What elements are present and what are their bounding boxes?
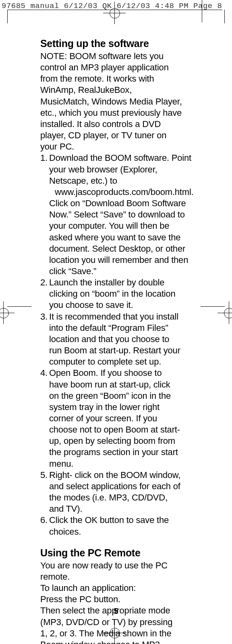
body-text: You are now ready to use the PC remote. bbox=[40, 560, 182, 582]
note-paragraph: NOTE: BOOM software lets you control an … bbox=[40, 51, 182, 152]
crop-mark bbox=[201, 306, 225, 307]
heading-using-remote: Using the PC Remote bbox=[40, 546, 182, 559]
step-text: It is recommended that you install into … bbox=[49, 311, 182, 368]
step-text: Click on “Download Boom Software Now.” S… bbox=[49, 198, 188, 276]
page-content: Setting up the software NOTE: BOOM softw… bbox=[40, 37, 182, 644]
crop-mark bbox=[202, 0, 202, 23]
step-text: Launch the installer by double click­ing… bbox=[49, 277, 182, 311]
step-1: 1. Download the BOOM software. Point you… bbox=[40, 152, 182, 277]
step-number: 6. bbox=[40, 515, 49, 537]
step-number: 4. bbox=[40, 367, 49, 469]
crop-mark bbox=[224, 10, 225, 23]
step-text: Open Boom. If you shoose to have boom ru… bbox=[49, 367, 182, 469]
page-number: 5 bbox=[0, 607, 232, 616]
heading-setting-up: Setting up the software bbox=[40, 37, 182, 50]
step-4: 4. Open Boom. If you shoose to have boom… bbox=[40, 367, 182, 469]
step-5: 5. Right- click on the BOOM window, and … bbox=[40, 470, 182, 515]
step-number: 1. bbox=[40, 152, 49, 277]
step-text: Right- click on the BOOM window, and sel… bbox=[49, 470, 182, 515]
body-text: To launch an application: bbox=[40, 582, 182, 594]
body-text: Press the PC button. bbox=[40, 594, 182, 605]
step-6: 6. Click the OK button to save the choic… bbox=[40, 515, 182, 537]
registration-mark-icon bbox=[0, 301, 14, 324]
step-2: 2. Launch the installer by double click­… bbox=[40, 277, 182, 311]
step-url: www.jascoproducts.com/boom.html. bbox=[49, 187, 194, 198]
step-text: Click the OK button to save the choices. bbox=[49, 515, 182, 537]
step-text: Download the BOOM software. Point your w… bbox=[49, 153, 191, 185]
step-number: 3. bbox=[40, 311, 49, 368]
step-number: 2. bbox=[40, 277, 49, 311]
step-3: 3. It is recommended that you install in… bbox=[40, 311, 182, 368]
registration-mark-icon bbox=[103, 2, 126, 24]
crop-mark bbox=[7, 306, 31, 307]
registration-mark-icon bbox=[218, 301, 232, 324]
crop-mark bbox=[7, 10, 8, 23]
step-number: 5. bbox=[40, 470, 49, 515]
